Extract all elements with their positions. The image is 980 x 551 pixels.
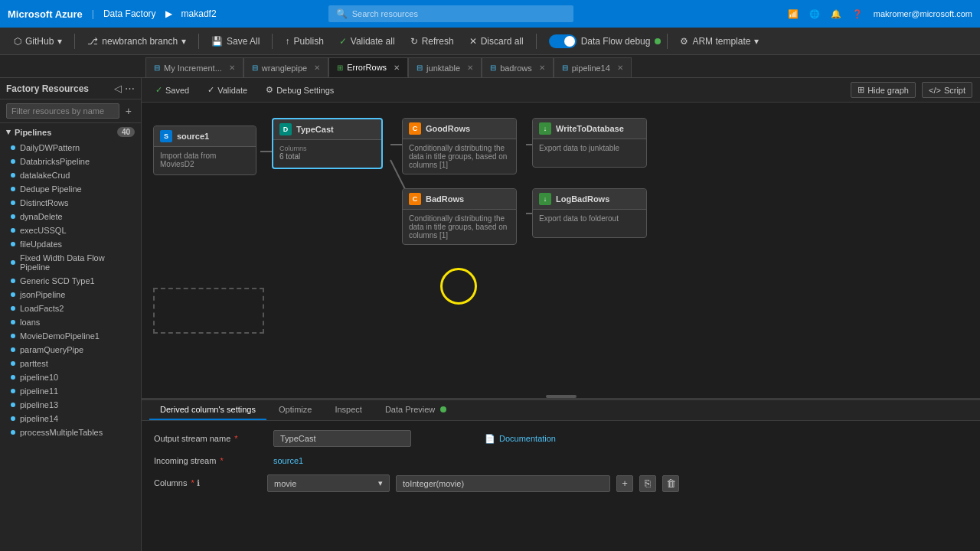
tab-errorrows[interactable]: ⊞ ErrorRows ✕ (328, 57, 408, 77)
sidebar-item-dynadelete[interactable]: dynaDelete (0, 210, 141, 223)
tab-close-0[interactable]: ✕ (229, 64, 235, 72)
publish-button[interactable]: ↑ Publish (279, 33, 329, 50)
node-writetodatabase[interactable]: ↓ WriteToDatabase Export data to junktab… (532, 118, 647, 168)
cursor-highlight (440, 268, 477, 305)
sidebar-item-distinctrows[interactable]: DistinctRows (0, 196, 141, 210)
debug-switch[interactable] (549, 34, 577, 48)
node-goodrows[interactable]: C GoodRows Conditionally distributing th… (402, 118, 517, 174)
debug-settings-button[interactable]: ⚙ Debug Settings (260, 83, 340, 97)
sidebar-item-moviedemopipeline1[interactable]: MovieDemoPipeline1 (0, 329, 141, 343)
tab-wranglepipe[interactable]: ⊟ wranglepipe ✕ (243, 57, 328, 77)
hide-graph-label: Hide graph (867, 86, 909, 95)
sidebar-item-pipeline11[interactable]: pipeline11 (0, 384, 141, 398)
discard-button[interactable]: ✕ Discard all (463, 33, 530, 50)
script-button[interactable]: </> Script (922, 82, 972, 98)
tab-derived-settings[interactable]: Derived column's settings (149, 400, 266, 420)
item-dot-6 (11, 228, 15, 233)
column-expression-input[interactable] (396, 475, 610, 492)
sidebar-item-processmultipletables[interactable]: processMultipleTables (0, 425, 141, 439)
tab-close-1[interactable]: ✕ (314, 64, 320, 72)
sidebar-item-parttest[interactable]: parttest (0, 357, 141, 370)
copy-column-button[interactable]: ⎘ (639, 475, 656, 492)
sidebar-item-genericscd[interactable]: Generic SCD Type1 (0, 274, 141, 288)
sidebar-item-jsonpipeline[interactable]: jsonPipeline (0, 288, 141, 302)
search-bar[interactable]: 🔍 Search resources (328, 5, 573, 22)
documentation-link[interactable]: 📄 Documentation (485, 434, 556, 444)
sidebar-pipelines-header[interactable]: ▾ Pipelines 40 (0, 123, 141, 141)
arm-template-button[interactable]: ⚙ ARM template ▾ (674, 33, 765, 50)
node-typecast[interactable]: D TypeCast Columns 6 total (272, 118, 383, 169)
tab-badrows[interactable]: ⊟ badrows ✕ (482, 57, 554, 77)
save-label: Save All (227, 36, 260, 47)
delete-column-button[interactable]: 🗑 (662, 475, 679, 492)
sidebar-item-datalakecrud[interactable]: datalakeCrud (0, 168, 141, 182)
discard-icon: ✕ (469, 36, 477, 47)
validate-all-button[interactable]: ✓ Validate all (333, 33, 401, 50)
tab-close-2[interactable]: ✕ (394, 64, 400, 72)
node-source1[interactable]: S source1 Import data from MoviesD2 (153, 126, 256, 175)
sidebar-add-button[interactable]: + (122, 103, 135, 119)
resize-handle[interactable] (546, 395, 577, 398)
output-stream-row: Output stream name * 📄 Documentation (154, 430, 968, 447)
tab-pipeline14[interactable]: ⊟ pipeline14 ✕ (554, 57, 632, 77)
github-button[interactable]: ⬡ GitHub ▾ (8, 33, 68, 50)
sidebar-item-databrickspipeline[interactable]: DatabricksPipeline (0, 155, 141, 168)
sidebar-item-fileupdates[interactable]: fileUpdates (0, 237, 141, 251)
item-label-19: pipeline14 (20, 414, 58, 423)
sidebar-item-paramquerypipe[interactable]: paramQueryPipe (0, 343, 141, 357)
tab-optimize[interactable]: Optimize (268, 400, 322, 420)
item-dot-5 (11, 214, 15, 219)
tab-inspect[interactable]: Inspect (324, 400, 372, 420)
tab-data-preview[interactable]: Data Preview (374, 400, 457, 420)
sidebar-item-fixedwidth[interactable]: Fixed Width Data Flow Pipeline (0, 251, 141, 274)
sidebar-item-loans[interactable]: loans (0, 315, 141, 329)
save-button[interactable]: 💾 Save All (205, 33, 266, 50)
conditional-icon-good: C (409, 122, 421, 135)
sidebar-item-loadfacts2[interactable]: LoadFacts2 (0, 302, 141, 315)
node-writetodatabase-desc: Export data to junktable (539, 144, 619, 152)
branch-button[interactable]: ⎇ newbranch branch ▾ (81, 33, 192, 50)
hide-graph-button[interactable]: ⊞ Hide graph (851, 82, 916, 98)
sidebar-more-icon[interactable]: ⋯ (125, 83, 135, 94)
validate-button[interactable]: ✓ Validate (201, 83, 253, 97)
sink-icon-log: ↓ (539, 193, 551, 205)
pipeline-icon-1: ⊟ (252, 64, 258, 72)
item-label-0: DailyDWPattern (20, 143, 80, 152)
nav-makadf2[interactable]: makadf2 (181, 8, 217, 19)
columns-info-icon[interactable]: ℹ (197, 478, 200, 487)
debug-toggle[interactable]: Data Flow debug (549, 34, 662, 48)
sidebar-item-pipeline10[interactable]: pipeline10 (0, 370, 141, 384)
sidebar-search-input[interactable] (6, 103, 119, 119)
tab-close-4[interactable]: ✕ (539, 64, 545, 72)
item-label-4: DistinctRows (20, 198, 69, 207)
tab-label-badrows: badrows (500, 64, 532, 73)
refresh-button[interactable]: ↻ Refresh (404, 33, 460, 50)
node-goodrows-header: C GoodRows (403, 119, 516, 139)
tab-close-3[interactable]: ✕ (467, 64, 473, 72)
output-stream-input[interactable] (273, 430, 411, 447)
incoming-stream-value[interactable]: source1 (273, 456, 303, 465)
item-label-9: Generic SCD Type1 (20, 276, 95, 285)
sidebar-item-pipeline14[interactable]: pipeline14 (0, 412, 141, 425)
node-badrows[interactable]: C BadRows Conditionally distributing the… (402, 188, 517, 245)
branch-label: newbranch branch (102, 36, 178, 47)
tab-myincrement[interactable]: ⊟ My Increment... ✕ (145, 57, 243, 77)
nav-data-factory[interactable]: Data Factory (103, 8, 156, 19)
sidebar-item-execussql[interactable]: execUSSQL (0, 223, 141, 237)
item-label-6: execUSSQL (20, 226, 67, 235)
column-select[interactable]: movie ▾ (267, 474, 390, 492)
sidebar-item-pipeline13[interactable]: pipeline13 (0, 398, 141, 412)
user-email[interactable]: makromer@microsoft.com (874, 9, 972, 18)
node-logbadrows[interactable]: ↓ LogBadRows Export data to folderout (532, 188, 647, 238)
canvas-area[interactable]: S source1 Import data from MoviesD2 D Ty… (142, 103, 980, 398)
debug-settings-label: Debug Settings (276, 86, 334, 95)
tab-close-5[interactable]: ✕ (617, 64, 623, 72)
node-badrows-desc: Conditionally distributing the data in t… (409, 214, 507, 240)
sidebar-item-dailydwpattern[interactable]: DailyDWPattern (0, 141, 141, 155)
tab-junktable[interactable]: ⊟ junktable ✕ (408, 57, 482, 77)
node-source1-desc: Import data from MoviesD2 (160, 152, 216, 168)
sidebar-item-dedupepipeline[interactable]: Dedupe Pipeline (0, 182, 141, 196)
add-column-button[interactable]: + (616, 475, 633, 492)
sidebar-collapse-icon[interactable]: ◁ (114, 83, 122, 94)
item-label-20: processMultipleTables (20, 428, 103, 437)
